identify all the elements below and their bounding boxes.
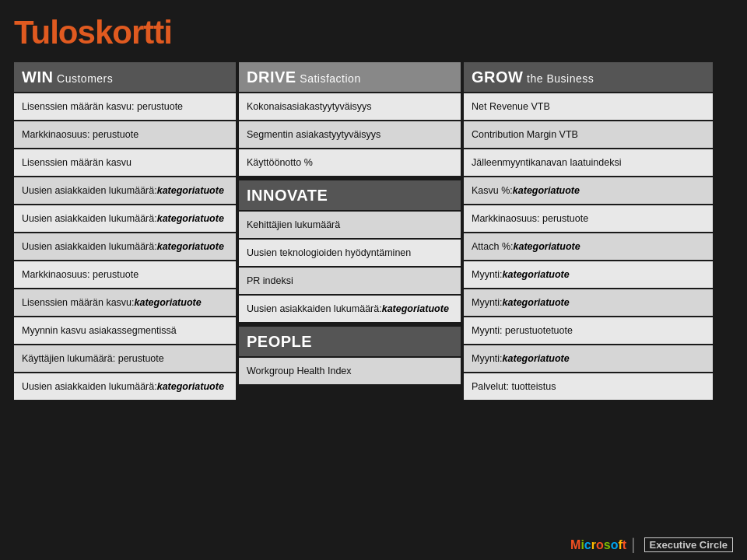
win-column: WIN Customers Lisenssien määrän kasvu: p…	[14, 62, 236, 533]
grow-row-7: Myynti: kategoriatuote	[464, 289, 713, 316]
grow-header-main: GROW	[472, 68, 523, 86]
drive-row-2: Käyttöönotto %	[239, 149, 461, 176]
grow-header: GROW the Business	[464, 62, 713, 92]
innovate-row-1: Uusien teknologioiden hyödyntäminen	[239, 240, 461, 266]
win-header-main: WIN	[22, 68, 53, 86]
innovate-header-main: INNOVATE	[247, 187, 328, 204]
innovate-row-2: PR indeksi	[239, 268, 461, 294]
people-row-0: Workgroup Health Index	[239, 358, 461, 384]
people-header: PEOPLE	[239, 327, 461, 356]
grow-row-1: Contribution Margin VTB	[464, 121, 713, 148]
page: Tuloskortti WIN Customers Lisenssien mää…	[0, 0, 747, 560]
win-row-10: Uusien asiakkaiden lukumäärä: kategoriat…	[14, 373, 236, 400]
grow-row-10: Palvelut: tuotteistus	[464, 373, 713, 400]
main-grid: WIN Customers Lisenssien määrän kasvu: p…	[14, 62, 733, 533]
drive-column: DRIVE Satisfaction Kokonaisasiakastyytyv…	[239, 62, 461, 533]
grow-row-9: Myynti: kategoriatuote	[464, 345, 713, 372]
grow-column: GROW the Business Net Revenue VTB Contri…	[464, 62, 713, 533]
grow-row-3: Kasvu %: kategoriatuote	[464, 177, 713, 204]
win-row-9: Käyttäjien lukumäärä: perustuote	[14, 345, 236, 372]
win-header: WIN Customers	[14, 62, 236, 92]
win-row-8: Myynnin kasvu asiakassegmentissä	[14, 317, 236, 344]
page-title: Tuloskortti	[14, 14, 733, 51]
win-row-7: Lisenssien määrän kasvu: kategoriatuote	[14, 289, 236, 316]
drive-header-main: DRIVE	[247, 68, 296, 86]
grow-row-4: Markkinaosuus: perustuote	[464, 205, 713, 232]
win-row-1: Markkinaosuus: perustuote	[14, 121, 236, 148]
drive-header-sub: Satisfaction	[300, 72, 360, 85]
innovate-row-3: Uusien asiakkaiden lukumäärä: kategoriat…	[239, 296, 461, 322]
win-row-2: Lisenssien määrän kasvu	[14, 149, 236, 176]
people-header-main: PEOPLE	[247, 333, 312, 350]
grow-row-2: Jälleenmyyntikanavan laatuindeksi	[464, 149, 713, 176]
grow-header-sub: the Business	[527, 72, 594, 85]
executive-circle-badge: Executive Circle	[644, 537, 733, 552]
drive-row-1: Segmentin asiakastyytyväisyys	[239, 121, 461, 148]
innovate-row-0: Kehittäjien lukumäärä	[239, 212, 461, 238]
microsoft-logo: Microsoft │	[570, 538, 638, 552]
grow-row-0: Net Revenue VTB	[464, 93, 713, 120]
win-row-4: Uusien asiakkaiden lukumäärä: kategoriat…	[14, 205, 236, 232]
grow-row-8: Myynti: perustuotetuote	[464, 317, 713, 344]
win-row-0: Lisenssien määrän kasvu: perustuote	[14, 93, 236, 120]
innovate-header: INNOVATE	[239, 180, 461, 210]
win-row-5: Uusien asiakkaiden lukumäärä: kategoriat…	[14, 233, 236, 260]
grow-row-6: Myynti: kategoriatuote	[464, 261, 713, 288]
grow-row-5: Attach %: kategoriatuote	[464, 233, 713, 260]
win-row-3: Uusien asiakkaiden lukumäärä: kategoriat…	[14, 177, 236, 204]
drive-header: DRIVE Satisfaction	[239, 62, 461, 92]
win-row-6: Markkinaosuus: perustuote	[14, 261, 236, 288]
win-header-sub: Customers	[57, 72, 113, 85]
footer: Microsoft │ Executive Circle	[14, 537, 733, 552]
drive-row-0: Kokonaisasiakastyytyväisyys	[239, 93, 461, 120]
